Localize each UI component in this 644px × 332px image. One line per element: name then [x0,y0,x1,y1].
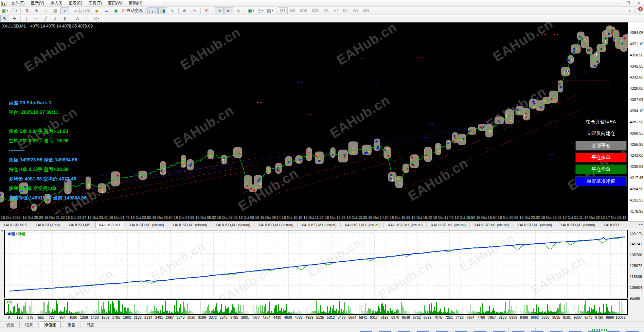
ea-button-2[interactable]: 平仓空单 [575,164,627,174]
zoom-in-button[interactable]: ⊕ [180,7,189,14]
timeframe-D1[interactable]: D1 [341,7,350,14]
tab-scroll-arrows[interactable]: ◂ ▸ [638,223,643,226]
trendline-tool-button[interactable]: ╱ [41,15,50,22]
trade-number-label: 1256 [80,315,88,319]
menu-显示(V)[interactable]: 显示(V) [28,0,47,6]
market-watch-button[interactable]: ⇅ [22,7,31,14]
cursor-tool-button[interactable]: ↖ [0,15,9,22]
metaeditor-button[interactable]: ◆ [92,7,101,14]
ea-info-line-5: ---------- [9,147,25,153]
text-label-tool-button[interactable]: T [83,15,91,22]
symbol-search-button[interactable]: ⌕ [625,7,634,14]
chart-tab-4[interactable]: XAUUSD,M1 (visual) [126,222,167,228]
restore-button[interactable]: ❐ [623,0,633,6]
timeframe-M15[interactable]: M15 [298,7,309,14]
chart-tab-11[interactable]: XAUUSD,M1 (visual) [428,222,469,228]
new-chart-button-dropdown[interactable]: ▾ [6,9,8,12]
panel-splitter-icon[interactable]: ◄ [0,229,3,232]
ea-button-3[interactable]: 重置基准净值 [575,176,627,186]
chart-shift-button[interactable]: ⇤ [225,7,233,14]
price-axis[interactable]: 4384.054371.104358.504345.554332.604320.… [628,22,644,221]
timeframe-M1[interactable]: M1 [278,7,288,14]
chart-tab-3[interactable]: XAUUSD,M1 [95,222,124,228]
chart-tab-0[interactable]: XAUUSD,M15 [0,222,30,228]
trade-number-label: 1785 [112,315,120,319]
chart-tab-2[interactable]: XAUUSD,M5 [65,222,93,228]
vertical-line-tool-button[interactable]: ❘ [22,15,31,22]
arrows-tool-button[interactable]: ⤮▾ [92,15,101,22]
line-chart-mode-button[interactable]: ∿ [168,7,177,14]
chart-tab-10[interactable]: XAUUSD,M1 (visual) [385,222,426,228]
timeframe-W1[interactable]: W1 [350,7,361,14]
time-axis[interactable]: 15 Oct 202515 Oct 20:2915 Oct 21:3315 Oc… [0,214,628,221]
trade-number-label: 5488 [338,315,345,319]
trade-number-label: 0 [8,315,10,319]
templates-button-dropdown[interactable]: ▾ [272,9,273,12]
arrows-tool-button-dropdown[interactable]: ▾ [98,17,99,20]
chart-tab-15[interactable]: XAUUSD [600,222,622,228]
chart-tab-8[interactable]: XAUUSD,M1 (visual) [299,222,340,228]
periods-button-dropdown[interactable]: ▾ [262,9,263,12]
chart-profiles-button[interactable]: ❐▾ [10,7,19,14]
tester-tab-报告[interactable]: 报告 [64,322,80,328]
community-button[interactable]: ☁ [102,7,111,14]
auto-scroll-button[interactable]: ⇥ [215,7,224,14]
chart-tab-12[interactable]: XAUUSD,M1 (visual) [471,222,512,228]
new-order-button[interactable]: ▱新订单 [73,7,92,14]
strategy-tester-button[interactable]: ⌕ [60,7,69,14]
chart-tab-5[interactable]: XAUUSD,M1 (visual) [169,222,210,228]
timeframe-MN[interactable]: MN [361,7,371,14]
menu-文件(F)[interactable]: 文件(F) [8,0,28,6]
tester-tab-结果[interactable]: 结果 [21,322,37,328]
close-button[interactable]: ✕ [633,0,644,6]
zoom-out-button[interactable]: ⊖ [190,7,199,14]
menu-窗口(W)[interactable]: 窗口(W) [105,0,126,6]
new-chart-button[interactable]: ▦▾ [0,7,9,14]
navigator-button[interactable]: ✩ [41,7,50,14]
tester-tab-设置[interactable]: 设置 [2,322,18,328]
ea-button-1[interactable]: 平仓多单 [575,153,627,162]
periods-button[interactable]: ◷▾ [256,7,265,14]
bar-chart-mode-button[interactable]: ╷╷╷ [147,7,157,14]
tile-windows-button[interactable]: ⊞ [202,7,211,14]
chart-tab-6[interactable]: XAUUSD,M1 (visual) [212,222,253,228]
minimize-button[interactable]: – [612,0,623,6]
timeframe-H4[interactable]: H4 [331,7,341,14]
signals-button[interactable]: ◉ [111,7,120,14]
autotrade-button[interactable]: ⏻自动交易 [121,7,144,14]
chart-profiles-button-dropdown[interactable]: ▾ [16,9,17,12]
equity-y-label: 125672 [630,264,642,268]
menu-工具(T)[interactable]: 工具(T) [85,0,105,6]
terminal-button[interactable]: ▤ [51,7,60,14]
trade-number-label: 6899 [424,315,431,319]
chart-tab-1[interactable]: XAUUSD,Daily [32,222,63,228]
chart-tab-9[interactable]: XAUUSD,M1 (visual) [342,222,383,228]
chart-tab-14[interactable]: XAUUSD,M1 (visual) [557,222,598,228]
chart-tab-13[interactable]: XAUUSD,M1 (visual) [514,222,555,228]
candlestick-mode-button[interactable]: ▯▮ [158,7,167,14]
text-tool-button[interactable]: A [73,15,82,22]
channel-tool-button[interactable]: ⫽ [51,15,60,22]
horizontal-line-tool-button[interactable]: ─ [32,15,41,22]
tester-tab-日志[interactable]: 日志 [82,322,99,328]
ea-button-0[interactable]: 全部平仓 [575,141,627,151]
data-window-button[interactable]: ✛ [32,7,41,14]
timeframe-M5[interactable]: M5 [288,7,298,14]
crosshair-tool-button[interactable]: ✛ [10,15,19,22]
menu-插入(I)[interactable]: 插入(I) [47,0,65,6]
menu-帮助(H)[interactable]: 帮助(H) [126,0,146,6]
notifications-button[interactable]: 1 [634,8,641,13]
templates-button[interactable]: ▨▾ [266,7,274,14]
fibonacci-tool-button[interactable]: ⋕ [60,15,69,22]
indicators-button[interactable]: ▣▾ [247,7,255,14]
chart-shift-end-button[interactable]: ⟁ [234,7,243,14]
trade-number-label: 4077 [252,315,260,319]
timeframe-M30[interactable]: M30 [310,7,322,14]
chart-tab-7[interactable]: XAUUSD,M1 (visual) [255,222,297,228]
trade-number-label: 4959 [305,315,313,319]
equity-y-label: 135706 [630,253,642,257]
indicators-button-dropdown[interactable]: ▾ [253,9,254,12]
price-chart[interactable]: EAHub.cnEAHub.cnEAHub.cnEAHub.cnEAHub.cn… [0,22,628,214]
menu-图表(C)[interactable]: 图表(C) [66,0,86,6]
timeframe-H1[interactable]: H1 [322,7,331,14]
